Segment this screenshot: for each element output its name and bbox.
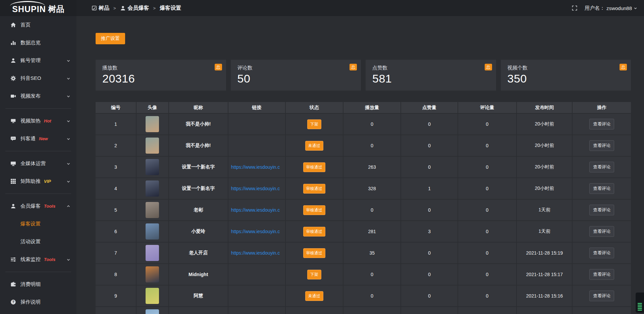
cell-likes: 0 — [401, 285, 457, 306]
fullscreen-icon[interactable] — [572, 5, 577, 11]
total-tag: 总 — [215, 64, 222, 70]
promo-settings-button[interactable]: 推广设置 — [96, 33, 125, 44]
stat-card-value: 581 — [372, 72, 489, 85]
sidebar-subitem[interactable]: 爆客设置 — [0, 215, 76, 233]
video-link[interactable]: https://www.iesdouyin.c — [230, 229, 284, 234]
breadcrumb-label: 树品 — [99, 5, 109, 12]
status-badge[interactable]: 下架 — [307, 119, 321, 129]
view-comments-button[interactable]: 查看评论 — [589, 205, 614, 215]
cell-time: 20小时前 — [517, 114, 572, 135]
cell-likes: 0 — [401, 135, 457, 156]
view-comments-button[interactable]: 查看评论 — [589, 269, 614, 280]
cell-number — [96, 307, 136, 314]
floating-widget[interactable] — [636, 293, 644, 313]
sidebar-item-grid[interactable]: 矩阵助推VIP — [0, 172, 76, 190]
sidebar-divider — [5, 151, 71, 151]
sidebar-item-label: 操作说明 — [20, 299, 41, 305]
sidebar-item-question[interactable]: ?操作说明 — [0, 293, 76, 311]
cell-status: 审核通过 — [286, 243, 343, 263]
cell-nickname: 我不是小帅! — [169, 114, 228, 135]
cell-comments: 0 — [458, 135, 517, 156]
breadcrumb-item[interactable]: 会员爆客 — [120, 5, 149, 12]
cell-nickname: 老人开店 — [169, 243, 228, 263]
cell-link: https://www.iesdouyin.c — [228, 178, 285, 199]
cell-nickname: 设置一个新名字 — [169, 178, 228, 199]
sidebar-item-video[interactable]: 视频发布 — [0, 87, 76, 105]
chevron-down-icon — [66, 119, 70, 123]
cell-plays: 0 — [343, 285, 400, 306]
sidebar-item-wallet[interactable]: 消费明细 — [0, 275, 76, 293]
column-header: 播放量 — [343, 102, 400, 113]
cell-link: https://www.iesdouyin.c — [228, 221, 285, 242]
sidebar-item-label: 视频加热 — [20, 118, 41, 124]
sidebar-subitem[interactable]: 活动设置 — [0, 233, 76, 251]
total-tag: 总 — [485, 64, 492, 70]
sidebar-item-user[interactable]: 账号管理 — [0, 52, 76, 69]
breadcrumb-item[interactable]: 树品 — [92, 5, 109, 12]
sidebar-item-tv[interactable]: 视频加热Hot — [0, 112, 76, 130]
video-link[interactable]: https://www.iesdouyin.c — [230, 164, 284, 170]
view-comments-button[interactable]: 查看评论 — [589, 140, 614, 151]
view-comments-button[interactable]: 查看评论 — [589, 248, 614, 258]
table-row: 3设置一个新名字https://www.iesdouyin.c审核通过26300… — [96, 157, 631, 177]
chart-icon — [10, 40, 16, 46]
sidebar-item-label: 消费明细 — [20, 281, 41, 287]
username-menu[interactable]: 用户名：zswodun88 — [585, 5, 637, 11]
sidebar-item-monitor[interactable]: 全媒体运营 — [0, 155, 76, 172]
status-badge[interactable]: 审核通过 — [303, 162, 325, 172]
status-badge[interactable]: 审核通过 — [303, 205, 325, 215]
status-badge[interactable]: 下架 — [307, 270, 321, 279]
view-comments-button[interactable]: 查看评论 — [589, 291, 614, 301]
sidebar-item-gear[interactable]: 抖音SEO — [0, 69, 76, 87]
status-badge[interactable]: 审核通过 — [303, 248, 325, 258]
cell-status — [286, 307, 343, 314]
table-row: 1我不是小帅!下架00020小时前查看评论 — [96, 114, 631, 135]
breadcrumb-separator: > — [113, 6, 116, 11]
cell-likes: 0 — [401, 200, 457, 220]
view-comments-button[interactable]: 查看评论 — [589, 226, 614, 237]
video-link[interactable]: https://www.iesdouyin.c — [230, 186, 284, 191]
sidebar-item-label: 线索监控 — [20, 256, 41, 263]
cell-action: 查看评论 — [573, 178, 631, 199]
cell-comments: 0 — [458, 200, 517, 220]
status-badge[interactable]: 未通过 — [305, 291, 323, 301]
column-header: 评论量 — [458, 102, 517, 113]
cell-comments: 0 — [458, 221, 517, 242]
cell-plays: 0 — [343, 200, 400, 220]
total-tag: 总 — [620, 64, 627, 70]
logo-text-cn: 树品 — [48, 4, 64, 14]
sidebar-badge: Hot — [44, 118, 51, 123]
cell-plays — [343, 307, 400, 314]
stat-card: 评论数50总 — [231, 60, 361, 91]
status-badge[interactable]: 未通过 — [305, 141, 323, 151]
stat-card: 播放数20316总 — [96, 60, 226, 91]
sidebar-item-label: 矩阵助推 — [20, 178, 41, 185]
app-icon — [92, 6, 97, 10]
sidebar-divider — [5, 272, 71, 272]
sidebar-item-sliders[interactable]: 线索监控Tools — [0, 251, 76, 268]
status-badge[interactable]: 审核通过 — [303, 184, 325, 194]
view-comments-button[interactable]: 查看评论 — [589, 183, 614, 194]
sidebar-item-member[interactable]: 会员爆客Tools — [0, 197, 76, 215]
stat-card: 点赞数581总 — [366, 60, 496, 91]
cell-avatar — [137, 221, 168, 242]
status-badge[interactable]: 审核通过 — [303, 227, 325, 237]
sidebar-item-comment[interactable]: 抖客通New — [0, 130, 76, 148]
sidebar-item-home[interactable]: 首页 — [0, 16, 76, 34]
sidebar-item-label: 抖客通 — [20, 136, 36, 142]
view-comments-button[interactable]: 查看评论 — [589, 162, 614, 172]
sidebar-badge: New — [39, 136, 48, 141]
table-row: 2我不是小帅!未通过00020小时前查看评论 — [96, 135, 631, 156]
sidebar-badge: VIP — [44, 179, 51, 184]
breadcrumb-label: 爆客设置 — [160, 5, 181, 12]
video-link[interactable]: https://www.iesdouyin.c — [230, 207, 284, 213]
cell-link: https://www.iesdouyin.c — [228, 243, 285, 263]
table-header-row: 编号头像昵称链接状态播放量点赞量评论量发布时间操作 — [96, 102, 631, 113]
sidebar-item-label: 视频发布 — [20, 93, 41, 99]
view-comments-button[interactable]: 查看评论 — [589, 119, 614, 129]
cell-comments — [458, 307, 517, 314]
video-link[interactable]: https://www.iesdouyin.c — [230, 250, 284, 256]
cell-number: 7 — [96, 243, 136, 263]
cell-number: 1 — [96, 114, 136, 135]
sidebar-item-chart[interactable]: 数据总览 — [0, 34, 76, 52]
